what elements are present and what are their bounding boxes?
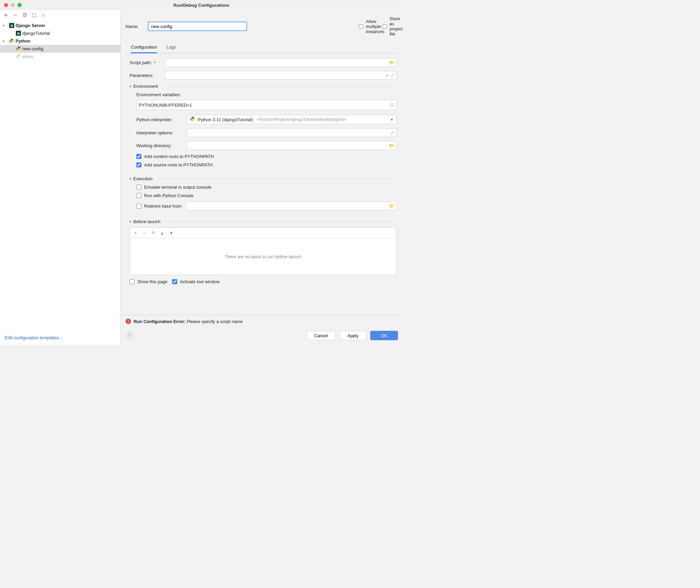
tasks-toolbar: ＋ － ✎ ▲ ▼	[130, 228, 397, 238]
tasks-list: There are no tasks to run before launch	[130, 238, 397, 275]
django-icon: dj	[16, 31, 21, 36]
redirect-input-checkbox[interactable]: Redirect input from:	[136, 204, 182, 209]
redirect-input-field[interactable]: 📁	[186, 202, 397, 210]
configurations-sidebar: ▾ dj Django Server dj djangoTutorial ▾ P…	[0, 10, 121, 345]
chevron-down-icon: ▼	[390, 118, 394, 122]
edit-task-icon[interactable]: ✎	[152, 231, 155, 236]
python-icon	[190, 116, 195, 123]
tabs: Configuration Logs	[126, 43, 398, 53]
script-path-field[interactable]: 📁	[165, 58, 397, 67]
window-title: Run/Debug Configurations	[0, 3, 403, 8]
tree-item-label: views	[22, 54, 33, 59]
emulate-terminal-checkbox[interactable]: Emulate terminal in output console	[136, 185, 397, 190]
chevron-down-icon: ▾	[130, 177, 131, 181]
working-directory-label: Working directory:	[136, 143, 183, 148]
remove-config-icon[interactable]	[13, 13, 18, 18]
python-interpreter-label: Python interpreter:	[136, 117, 183, 122]
titlebar: Run/Debug Configurations	[0, 0, 403, 10]
env-vars-field[interactable]: PYTHONUNBUFFERED=1☷	[136, 100, 397, 110]
tree-item-new-config[interactable]: new config	[0, 45, 120, 53]
working-directory-field[interactable]: 📁	[187, 141, 397, 150]
chevron-down-icon: ▾	[130, 220, 131, 223]
save-config-icon[interactable]	[32, 13, 36, 18]
folder-icon[interactable]: 📁	[389, 60, 394, 65]
error-icon: !	[126, 319, 131, 324]
move-down-icon[interactable]: ▼	[169, 231, 173, 236]
env-vars-label: Environment variables:	[136, 92, 397, 97]
error-message: Run Configuration Error: Please specify …	[134, 319, 243, 324]
error-bar: ! Run Configuration Error: Please specif…	[121, 315, 403, 327]
svg-text:dj: dj	[17, 32, 19, 35]
folder-icon[interactable]: 📁	[389, 143, 394, 148]
chevron-down-icon: ▾	[3, 39, 7, 43]
list-icon[interactable]: ☷	[390, 103, 394, 108]
interpreter-options-field[interactable]: ⤢	[187, 128, 397, 137]
python-interpreter-dropdown[interactable]: Python 3.11 (djangoTutorial) ~/PycharmPr…	[187, 115, 397, 124]
config-tree: ▾ dj Django Server dj djangoTutorial ▾ P…	[0, 20, 120, 332]
name-input[interactable]	[148, 22, 247, 31]
main-panel: Name: Allow multiple instances Store as …	[121, 10, 403, 345]
tree-group-label: Django Server	[16, 23, 45, 28]
store-project-checkbox[interactable]: Store as project file⚙	[382, 16, 398, 36]
ok-button[interactable]: OK	[370, 331, 398, 340]
tab-logs[interactable]: Logs	[166, 43, 176, 53]
expand-icon[interactable]: ⤢	[391, 130, 394, 135]
sidebar-footer: Edit configuration templates…	[0, 332, 120, 345]
python-faded-icon	[16, 54, 21, 59]
section-before-launch[interactable]: ▾Before launch	[130, 219, 397, 224]
script-path-label[interactable]: Script path: ▼	[130, 60, 161, 65]
parameters-field[interactable]: +⤢	[165, 71, 397, 80]
sort-config-icon[interactable]	[41, 13, 46, 18]
chevron-down-icon: ▼	[153, 61, 156, 64]
cancel-button[interactable]: Cancel	[306, 331, 335, 340]
store-project-label: Store as project file	[389, 16, 403, 36]
tree-group-label: Python	[16, 38, 30, 44]
tree-item-label: djangoTutorial	[22, 31, 50, 36]
name-label: Name:	[126, 24, 141, 29]
tree-group-django[interactable]: ▾ dj Django Server	[0, 22, 120, 29]
add-task-icon[interactable]: ＋	[133, 230, 138, 236]
add-content-roots-checkbox[interactable]: Add content roots to PYTHONPATH	[136, 154, 397, 159]
svg-text:dj: dj	[10, 24, 12, 27]
copy-config-icon[interactable]	[22, 13, 27, 18]
django-icon: dj	[9, 23, 14, 28]
chevron-down-icon: ▾	[3, 24, 7, 27]
apply-button[interactable]: Apply	[340, 331, 366, 340]
move-up-icon[interactable]: ▲	[160, 231, 164, 236]
sidebar-toolbar	[0, 10, 120, 20]
interpreter-name: Python 3.11 (djangoTutorial)	[198, 117, 253, 122]
help-button[interactable]: ?	[126, 332, 133, 339]
allow-multiple-label: Allow multiple instances	[366, 19, 384, 34]
add-config-icon[interactable]	[3, 13, 8, 18]
interpreter-path: ~/PycharmProjects/djangoTutorial/venv/bi…	[256, 117, 346, 122]
remove-task-icon[interactable]: －	[142, 230, 147, 236]
tree-item-label: new config	[22, 46, 43, 51]
python-icon	[9, 38, 14, 44]
tree-item-djangotutorial[interactable]: dj djangoTutorial	[0, 29, 120, 37]
allow-multiple-checkbox[interactable]: Allow multiple instances	[359, 19, 374, 34]
tab-configuration[interactable]: Configuration	[131, 43, 157, 53]
run-python-console-checkbox[interactable]: Run with Python Console	[136, 193, 397, 198]
show-this-page-checkbox[interactable]: Show this page	[130, 279, 167, 284]
expand-icon[interactable]: ⤢	[391, 73, 394, 78]
tree-item-views[interactable]: views	[0, 53, 120, 60]
plus-icon[interactable]: +	[386, 73, 388, 78]
edit-templates-link[interactable]: Edit configuration templates…	[5, 335, 63, 340]
add-source-roots-checkbox[interactable]: Add source roots to PYTHONPATH	[136, 162, 397, 167]
chevron-down-icon: ▾	[130, 84, 131, 88]
section-execution[interactable]: ▾Execution	[130, 176, 397, 181]
section-environment[interactable]: ▾Environment	[130, 84, 397, 89]
interpreter-options-label: Interpreter options:	[136, 130, 183, 135]
tree-group-python[interactable]: ▾ Python	[0, 37, 120, 45]
folder-icon[interactable]: 📁	[389, 204, 394, 209]
python-missing-icon	[16, 46, 21, 52]
activate-tool-window-checkbox[interactable]: Activate tool window	[172, 279, 220, 284]
dialog-buttons: ? Cancel Apply OK	[121, 327, 403, 345]
parameters-label: Parameters:	[130, 73, 161, 78]
